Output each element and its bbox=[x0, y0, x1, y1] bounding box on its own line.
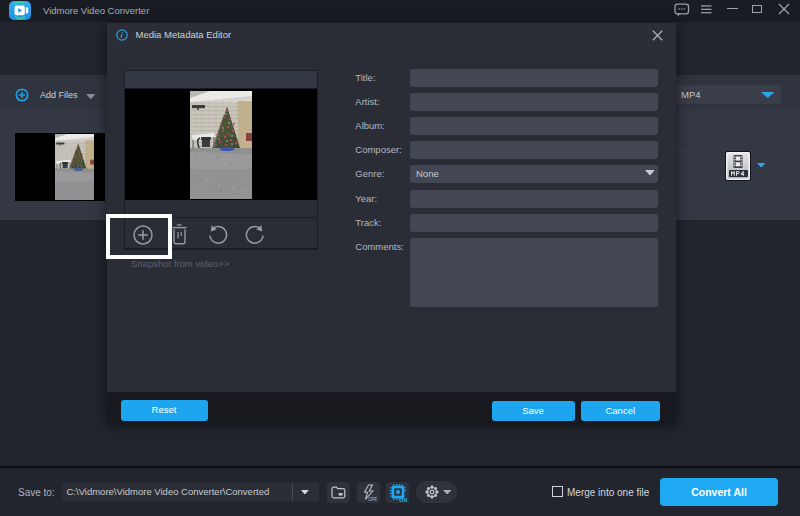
svg-text:ON: ON bbox=[399, 497, 407, 502]
svg-text:OFF: OFF bbox=[368, 497, 377, 502]
